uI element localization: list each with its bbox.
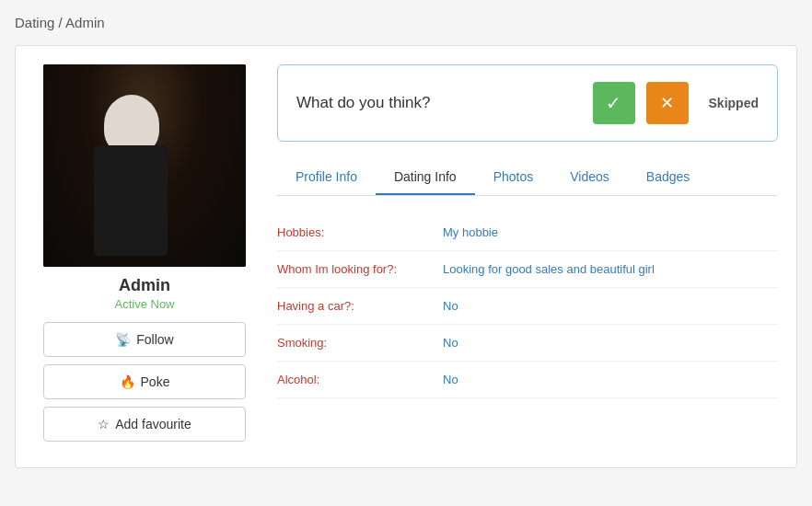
favourite-label: Add favourite (115, 417, 191, 431)
confirm-button[interactable]: ✓ (593, 82, 635, 124)
dating-info-table: Hobbies: My hobbie Whom Im looking for?:… (277, 214, 778, 398)
info-value-1: Looking for good sales and beautiful gir… (443, 251, 778, 288)
info-label-1: Whom Im looking for?: (277, 251, 443, 288)
tab-dating-info[interactable]: Dating Info (376, 160, 475, 195)
tab-photos[interactable]: Photos (475, 160, 552, 195)
skipped-label: Skipped (709, 96, 759, 110)
tab-videos[interactable]: Videos (551, 160, 628, 195)
info-value-3: No (443, 325, 778, 362)
right-column: What do you think? ✓ ✕ Skipped Profile I… (277, 64, 778, 449)
info-row: Smoking: No (277, 325, 778, 362)
info-label-0: Hobbies: (277, 214, 443, 251)
info-label-2: Having a car?: (277, 288, 443, 325)
info-value-2: No (443, 288, 778, 325)
poke-button[interactable]: 🔥 Poke (43, 364, 246, 399)
follow-icon: 📡 (115, 332, 131, 347)
info-value-0: My hobbie (443, 214, 778, 251)
info-label-3: Smoking: (277, 325, 443, 362)
profile-image-inner (43, 64, 246, 267)
profile-image (43, 64, 246, 267)
info-value-4: No (443, 362, 778, 398)
tab-badges[interactable]: Badges (628, 160, 708, 195)
cancel-icon: ✕ (660, 93, 674, 113)
follow-button[interactable]: 📡 Follow (43, 322, 246, 357)
main-card: Admin Active Now 📡 Follow 🔥 Poke ☆ Add f… (15, 45, 797, 468)
active-status: Active Now (114, 297, 174, 311)
poke-label: Poke (141, 374, 170, 389)
think-question: What do you think? (296, 94, 582, 112)
cancel-button[interactable]: ✕ (646, 82, 689, 124)
page-container: Dating / Admin Admin Active Now 📡 Follow… (0, 0, 812, 506)
left-column: Admin Active Now 📡 Follow 🔥 Poke ☆ Add f… (34, 64, 255, 449)
poke-icon: 🔥 (120, 374, 135, 389)
follow-label: Follow (136, 332, 173, 347)
tab-profile-info[interactable]: Profile Info (277, 160, 376, 195)
info-row: Alcohol: No (277, 362, 778, 398)
info-label-4: Alcohol: (277, 362, 443, 398)
username: Admin (119, 276, 170, 295)
info-row: Having a car?: No (277, 288, 778, 325)
favourite-button[interactable]: ☆ Add favourite (43, 407, 246, 442)
info-row: Whom Im looking for?: Looking for good s… (277, 251, 778, 288)
info-row: Hobbies: My hobbie (277, 214, 778, 251)
star-icon: ☆ (98, 417, 110, 431)
think-box: What do you think? ✓ ✕ Skipped (277, 64, 778, 142)
tabs-bar: Profile Info Dating Info Photos Videos B… (277, 160, 778, 196)
confirm-icon: ✓ (606, 92, 621, 114)
breadcrumb: Dating / Admin (15, 15, 797, 30)
